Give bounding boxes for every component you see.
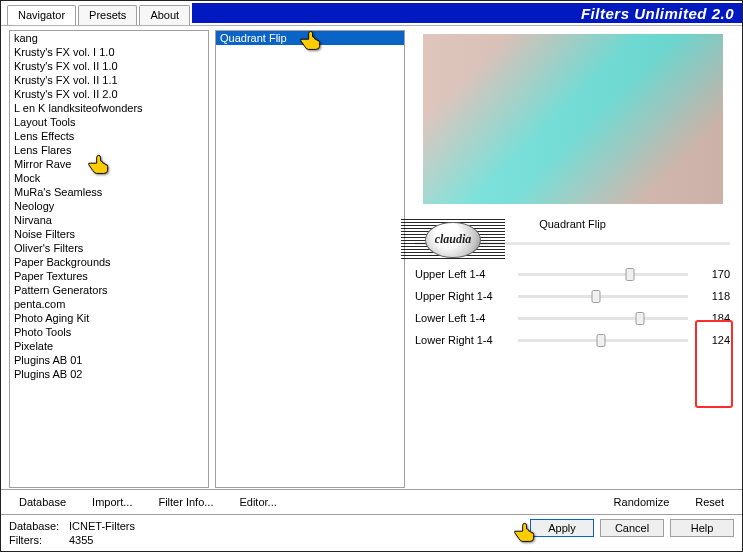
category-item[interactable]: Neology bbox=[10, 199, 208, 213]
tabs: NavigatorPresetsAbout bbox=[1, 1, 192, 25]
category-item[interactable]: Nirvana bbox=[10, 213, 208, 227]
slider-value: 184 bbox=[696, 312, 730, 324]
category-column: kangKrusty's FX vol. I 1.0Krusty's FX vo… bbox=[9, 30, 209, 489]
slider-group: Upper Left 1-4170Upper Right 1-4118Lower… bbox=[415, 263, 730, 351]
slider-thumb[interactable] bbox=[597, 334, 606, 347]
editor-button[interactable]: Editor... bbox=[229, 494, 286, 510]
import-button[interactable]: Import... bbox=[82, 494, 142, 510]
slider-value: 170 bbox=[696, 268, 730, 280]
slider-thumb[interactable] bbox=[626, 268, 635, 281]
category-item[interactable]: Noise Filters bbox=[10, 227, 208, 241]
tab-presets[interactable]: Presets bbox=[78, 5, 137, 25]
category-item[interactable]: Mock bbox=[10, 171, 208, 185]
slider-value: 118 bbox=[696, 290, 730, 302]
slider-track[interactable] bbox=[518, 317, 688, 320]
category-list[interactable]: kangKrusty's FX vol. I 1.0Krusty's FX vo… bbox=[9, 30, 209, 488]
category-item[interactable]: Plugins AB 02 bbox=[10, 367, 208, 381]
category-item[interactable]: Paper Backgrounds bbox=[10, 255, 208, 269]
filter-title: Quadrant Flip bbox=[411, 214, 734, 242]
category-item[interactable]: Layout Tools bbox=[10, 115, 208, 129]
slider-row: Upper Right 1-4118 bbox=[415, 285, 730, 307]
category-item[interactable]: Photo Tools bbox=[10, 325, 208, 339]
slider-thumb[interactable] bbox=[636, 312, 645, 325]
database-button[interactable]: Database bbox=[9, 494, 76, 510]
category-item[interactable]: Pixelate bbox=[10, 339, 208, 353]
category-item[interactable]: Krusty's FX vol. II 2.0 bbox=[10, 87, 208, 101]
slider-track[interactable] bbox=[518, 339, 688, 342]
status-db-key: Database: bbox=[9, 519, 69, 533]
slider-label: Lower Left 1-4 bbox=[415, 312, 510, 324]
slider-label: Upper Left 1-4 bbox=[415, 268, 510, 280]
preview-image bbox=[423, 34, 723, 204]
slider-track[interactable] bbox=[518, 295, 688, 298]
tab-about[interactable]: About bbox=[139, 5, 190, 25]
category-item[interactable]: Photo Aging Kit bbox=[10, 311, 208, 325]
filter-item[interactable]: Quadrant Flip bbox=[216, 31, 404, 45]
preview-column: Quadrant Flip Upper Left 1-4170Upper Rig… bbox=[411, 30, 734, 489]
category-item[interactable]: Paper Textures bbox=[10, 269, 208, 283]
category-item[interactable]: Mirror Rave bbox=[10, 157, 208, 171]
slider-row: Lower Right 1-4124 bbox=[415, 329, 730, 351]
apply-button[interactable]: Apply bbox=[530, 519, 594, 537]
toolbar: Database Import... Filter Info... Editor… bbox=[1, 489, 742, 515]
cancel-button[interactable]: Cancel bbox=[600, 519, 664, 537]
slider-track[interactable] bbox=[518, 273, 688, 276]
app-window: NavigatorPresetsAbout Filters Unlimited … bbox=[0, 0, 743, 552]
main-area: kangKrusty's FX vol. I 1.0Krusty's FX vo… bbox=[1, 26, 742, 489]
category-item[interactable]: kang bbox=[10, 31, 208, 45]
status-info: Database:ICNET-Filters Filters:4355 bbox=[9, 519, 135, 547]
status-filters-key: Filters: bbox=[9, 533, 69, 547]
slider-label: Lower Right 1-4 bbox=[415, 334, 510, 346]
category-item[interactable]: Lens Flares bbox=[10, 143, 208, 157]
progress-bar bbox=[415, 242, 730, 245]
category-item[interactable]: penta.com bbox=[10, 297, 208, 311]
slider-label: Upper Right 1-4 bbox=[415, 290, 510, 302]
category-item[interactable]: Krusty's FX vol. II 1.0 bbox=[10, 59, 208, 73]
brand-bar: Filters Unlimited 2.0 bbox=[192, 3, 742, 23]
category-item[interactable]: L en K landksiteofwonders bbox=[10, 101, 208, 115]
category-item[interactable]: MuRa's Seamless bbox=[10, 185, 208, 199]
category-item[interactable]: Pattern Generators bbox=[10, 283, 208, 297]
status-filters-val: 4355 bbox=[69, 534, 93, 546]
filter-list[interactable]: Quadrant Flip bbox=[215, 30, 405, 488]
category-item[interactable]: Plugins AB 01 bbox=[10, 353, 208, 367]
category-item[interactable]: Krusty's FX vol. I 1.0 bbox=[10, 45, 208, 59]
status-actions: Apply Cancel Help bbox=[530, 519, 734, 537]
tab-navigator[interactable]: Navigator bbox=[7, 5, 76, 25]
category-item[interactable]: Oliver's Filters bbox=[10, 241, 208, 255]
filter-info-button[interactable]: Filter Info... bbox=[148, 494, 223, 510]
brand-title: Filters Unlimited 2.0 bbox=[581, 6, 734, 21]
slider-value: 124 bbox=[696, 334, 730, 346]
slider-row: Upper Left 1-4170 bbox=[415, 263, 730, 285]
slider-row: Lower Left 1-4184 bbox=[415, 307, 730, 329]
reset-button[interactable]: Reset bbox=[685, 494, 734, 510]
category-item[interactable]: Lens Effects bbox=[10, 129, 208, 143]
status-db-val: ICNET-Filters bbox=[69, 520, 135, 532]
filter-column: Quadrant Flip bbox=[215, 30, 405, 489]
pointer-icon bbox=[298, 30, 324, 51]
status-bar: Database:ICNET-Filters Filters:4355 Appl… bbox=[1, 515, 742, 551]
randomize-button[interactable]: Randomize bbox=[604, 494, 680, 510]
header-row: NavigatorPresetsAbout Filters Unlimited … bbox=[1, 1, 742, 25]
category-item[interactable]: Krusty's FX vol. II 1.1 bbox=[10, 73, 208, 87]
slider-thumb[interactable] bbox=[592, 290, 601, 303]
help-button[interactable]: Help bbox=[670, 519, 734, 537]
